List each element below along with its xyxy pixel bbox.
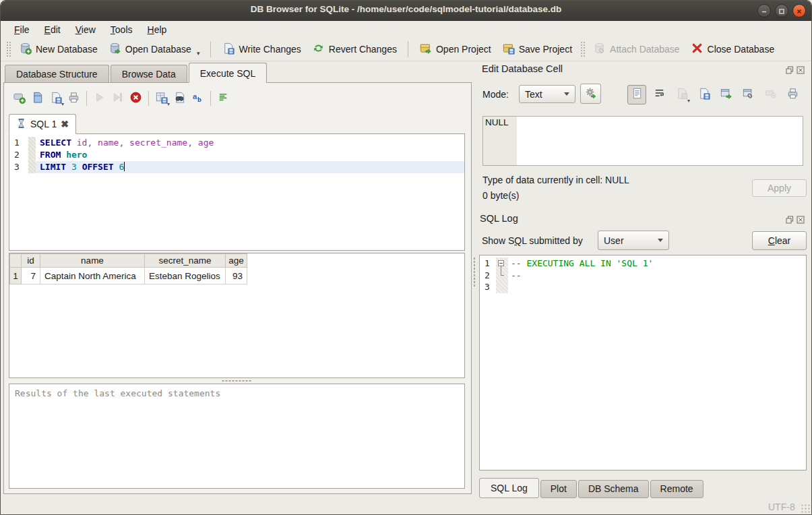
execute-all-button [90, 90, 108, 108]
open-external-button[interactable] [716, 85, 735, 104]
sql-document-tab[interactable]: SQL 1 ✖ [9, 114, 76, 134]
close-panel-icon[interactable] [797, 65, 805, 76]
print-cell-icon [786, 87, 799, 102]
export-file-button[interactable] [694, 85, 713, 104]
copy-link-button[interactable] [739, 85, 757, 104]
results-message-pane[interactable]: Results of the last executed statements [9, 384, 465, 489]
float-panel-icon[interactable] [786, 65, 794, 76]
sql-log-view[interactable]: 1-- EXECUTING ALL IN 'SQL 1'2--3 [479, 255, 807, 471]
dropdown-arrow-icon[interactable]: ▾ [687, 98, 690, 104]
new-sql-tab-button[interactable] [10, 90, 28, 108]
open-project-icon [419, 42, 432, 57]
editor-line[interactable]: 1SELECT id, name, secret_name, age [9, 137, 464, 149]
table-row[interactable]: 17Captain North AmericaEsteban Rogelios9… [10, 268, 247, 284]
tab-database-structure[interactable]: Database Structure [5, 65, 109, 83]
toolbar-grip[interactable] [6, 41, 11, 57]
table-cell[interactable]: Esteban Rogelios [145, 268, 226, 284]
open-project-button[interactable]: Open Project [414, 39, 497, 59]
save-results-button[interactable]: ▾ [152, 90, 170, 108]
autocomplete-icon: ab [191, 91, 204, 106]
save-project-button[interactable]: Save Project [497, 39, 577, 59]
print-cell-button[interactable] [783, 85, 802, 104]
cell-editor-area[interactable]: NULL [482, 116, 803, 166]
table-cell[interactable]: Captain North America [40, 268, 145, 284]
fold-margin [28, 161, 36, 173]
toolbar-grip[interactable] [580, 41, 585, 57]
vertical-splitter[interactable] [473, 257, 476, 286]
collapse-icon[interactable] [498, 260, 504, 266]
save-results-icon [155, 91, 168, 106]
fold-margin [496, 270, 508, 282]
menu-tools[interactable]: Tools [104, 23, 139, 36]
minimize-icon [760, 7, 768, 16]
log-line[interactable]: 3 [480, 281, 806, 293]
maximize-button[interactable] [775, 4, 788, 18]
sql-log-title: SQL Log [480, 213, 518, 224]
line-number: 3 [480, 281, 496, 293]
word-wrap-button[interactable] [650, 85, 668, 104]
float-panel-icon[interactable] [786, 215, 794, 226]
tab-browse-data[interactable]: Browse Data [111, 65, 187, 83]
text-mode-button[interactable] [627, 85, 646, 104]
dropdown-arrow-icon[interactable]: ▾ [61, 101, 64, 107]
table-cell[interactable]: 7 [22, 268, 40, 284]
dropdown-arrow-icon[interactable]: ▾ [197, 50, 200, 57]
column-header-secret_name[interactable]: secret_name [145, 254, 226, 268]
dropdown-arrow-icon[interactable]: ▾ [167, 101, 170, 107]
tab-execute-sql[interactable]: Execute SQL [189, 63, 268, 83]
dock-tab-db-schema[interactable]: DB Schema [578, 480, 649, 498]
mode-label: Mode: [482, 89, 509, 100]
titlebar[interactable]: DB Browser for SQLite - /home/user/code/… [1, 1, 811, 21]
word-wrap-icon [653, 87, 666, 102]
sql-tab-close-icon[interactable]: ✖ [61, 119, 69, 129]
revert-changes-button[interactable]: Revert Changes [307, 39, 402, 59]
print-button[interactable] [65, 90, 83, 108]
column-header-age[interactable]: age [226, 254, 247, 268]
editor-line[interactable]: 2FROM hero [9, 149, 464, 161]
dock-tab-sql-log[interactable]: SQL Log [479, 478, 539, 498]
dock-tab-plot[interactable]: Plot [540, 480, 577, 498]
write-changes-button[interactable]: Write Changes [216, 39, 306, 59]
menu-help[interactable]: Help [141, 23, 174, 36]
sql-code-editor[interactable]: 1SELECT id, name, secret_name, age2FROM … [9, 133, 465, 251]
column-header-id[interactable]: id [22, 254, 40, 268]
edit-cell-dock-controls [786, 65, 805, 76]
open-sql-file-button[interactable] [28, 90, 46, 108]
log-filter-select[interactable]: User [598, 231, 669, 250]
log-line[interactable]: 1-- EXECUTING ALL IN 'SQL 1' [480, 258, 806, 270]
new-database-button[interactable]: New Database [13, 39, 103, 59]
menu-file[interactable]: File [7, 23, 36, 36]
editor-line[interactable]: 3LIMIT 3 OFFSET 6 [9, 161, 464, 173]
menu-view[interactable]: View [69, 23, 102, 36]
line-number: 1 [9, 137, 28, 149]
find-replace-button[interactable] [170, 90, 189, 108]
horizontal-splitter[interactable] [222, 379, 251, 382]
minimize-button[interactable] [757, 4, 771, 18]
set-null-button [761, 85, 780, 104]
menu-edit[interactable]: Edit [38, 23, 67, 36]
close-panel-icon[interactable] [797, 215, 805, 226]
close-database-button[interactable]: Close Database [685, 39, 780, 59]
find-replace-icon [173, 91, 186, 106]
autocomplete-button[interactable]: ab [189, 90, 207, 108]
close-button[interactable] [792, 4, 806, 18]
save-sql-file-button[interactable]: ▾ [46, 90, 65, 108]
resize-grip[interactable] [801, 504, 810, 513]
save-project-icon [502, 42, 515, 57]
toolbar-separator [86, 91, 87, 106]
dock-tab-remote[interactable]: Remote [650, 480, 704, 498]
line-number: 3 [9, 161, 28, 173]
table-cell[interactable]: 93 [226, 268, 247, 284]
row-number-cell[interactable]: 1 [10, 268, 22, 284]
stop-execution-button[interactable] [127, 90, 145, 108]
mode-select[interactable]: Text [519, 85, 575, 103]
auto-apply-button[interactable] [580, 84, 601, 104]
column-header-name[interactable]: name [40, 254, 145, 268]
encoding-indicator: UTF-8 [768, 502, 795, 512]
main-toolbar: New DatabaseOpen Database▾Write ChangesR… [1, 38, 811, 61]
open-database-button[interactable]: Open Database▾ [103, 39, 206, 59]
tab-label: Database Structure [16, 69, 98, 80]
clear-log-button[interactable]: Clear [752, 231, 807, 250]
log-line[interactable]: 2-- [480, 270, 806, 282]
format-sql-button[interactable] [214, 90, 232, 108]
